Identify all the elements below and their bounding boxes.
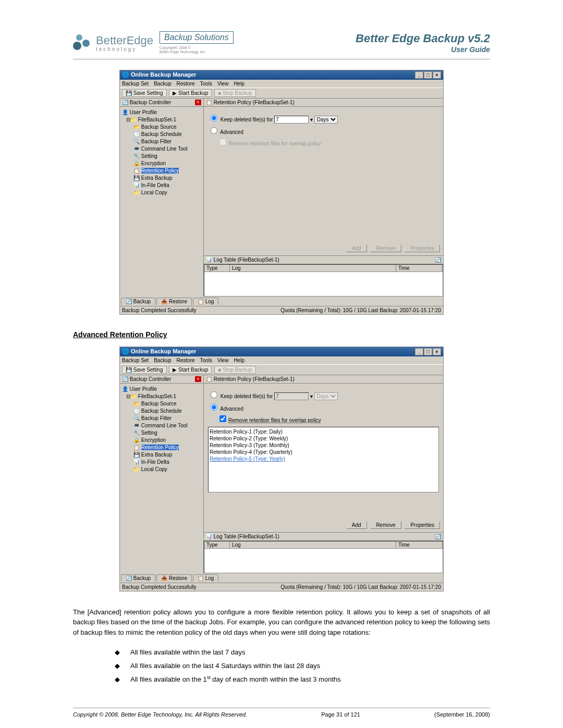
body-paragraph: The [Advanced] retention policy allows y… [73, 607, 490, 638]
radio-advanced-2[interactable] [211, 404, 217, 411]
page-header: BetterEdge technology Backup Solutions C… [73, 31, 490, 59]
bullet-item: All files available on the last 4 Saturd… [115, 659, 490, 673]
log-title: Log Table (FileBackupSet-1) [214, 257, 279, 263]
footer-page: Page 31 of 121 [321, 711, 360, 718]
radio-keep-2[interactable] [211, 391, 217, 398]
panel-title: Retention Policy (FileBackupSet-1) [214, 100, 295, 105]
toolbar: 💾 Save Setting ▶ Start Backup ■ Stop Bac… [120, 88, 443, 98]
statusbar: Backup Completed SuccessfullyQuota (Rema… [120, 306, 443, 314]
window-titlebar: 🌐 Online Backup Manager _□× [120, 70, 443, 80]
tab-restore: 📥 Restore [156, 298, 192, 305]
tab-log: 📋 Log [193, 298, 218, 305]
radio-keep[interactable] [211, 115, 217, 121]
screenshot-advanced-retention: 🌐 Online Backup Manager_□× Backup SetBac… [119, 347, 444, 591]
remove-button-2[interactable]: Remove [370, 521, 401, 529]
window-controls[interactable]: _□× [414, 71, 441, 79]
start-backup-button[interactable]: ▶ Start Backup [169, 89, 212, 97]
doc-subtitle: User Guide [356, 45, 490, 54]
keep-days-input[interactable] [274, 116, 309, 124]
policy-list[interactable]: Retention Policy-1 (Type: Daily) Retenti… [208, 427, 439, 492]
log-table: TypeLogTime [204, 264, 443, 297]
screenshot-simple-retention: 🌐 Online Backup Manager _□× Backup SetBa… [119, 70, 444, 315]
box-caption: Copyright© 2008 ©Better Edge Technology,… [160, 46, 234, 55]
doc-title: Better Edge Backup v5.2 [356, 32, 490, 45]
bottom-tabs[interactable]: 🔄 Backup 📥 Restore 📋 Log [120, 297, 443, 306]
section-title: Advanced Retention Policy [73, 330, 490, 339]
logo: BetterEdge technology Backup Solutions C… [73, 31, 234, 55]
footer-date: (September 16, 2008) [434, 711, 490, 718]
add-button-2[interactable]: Add [346, 521, 367, 529]
refresh-icon[interactable]: 🔄 [435, 257, 441, 263]
radio-advanced[interactable] [211, 127, 217, 134]
footer-copyright: Copyright © 2008, Better Edge Technology… [73, 711, 247, 718]
maximize-icon: □ [424, 71, 432, 79]
close-panel-icon[interactable]: × [195, 100, 201, 105]
remove-button: Remove [370, 244, 401, 252]
bullet-item: All files available on the 1st day of ea… [115, 673, 490, 686]
page-footer: Copyright © 2008, Better Edge Technology… [73, 708, 490, 718]
chk-overlap-2[interactable] [219, 415, 226, 422]
left-panel-title: Backup Controller [130, 100, 171, 105]
nav-tree[interactable]: 👤 User Profile ⊟📁 FileBackupSet-1 📂 Back… [120, 107, 203, 199]
bullet-item: All files available within the last 7 da… [115, 646, 490, 659]
tree-retention-policy: Retention Policy [141, 168, 179, 174]
stop-backup-button: ■ Stop Backup [214, 89, 256, 97]
close-icon: × [433, 71, 441, 79]
add-button: Add [346, 244, 367, 252]
save-setting-button[interactable]: 💾 Save Setting [122, 89, 167, 97]
properties-button-2[interactable]: Properties [405, 521, 440, 529]
menubar[interactable]: Backup SetBackupRestoreToolsViewHelp [120, 80, 443, 88]
bullet-list: All files available within the last 7 da… [94, 646, 490, 686]
backup-solutions-box: Backup Solutions [160, 31, 234, 44]
minimize-icon: _ [415, 71, 423, 79]
logo-text: BetterEdge [96, 34, 153, 47]
chk-overlap [219, 139, 226, 145]
keep-unit-select[interactable]: Days [314, 116, 338, 124]
tab-backup: 🔄 Backup [121, 298, 155, 305]
properties-button: Properties [405, 244, 440, 252]
